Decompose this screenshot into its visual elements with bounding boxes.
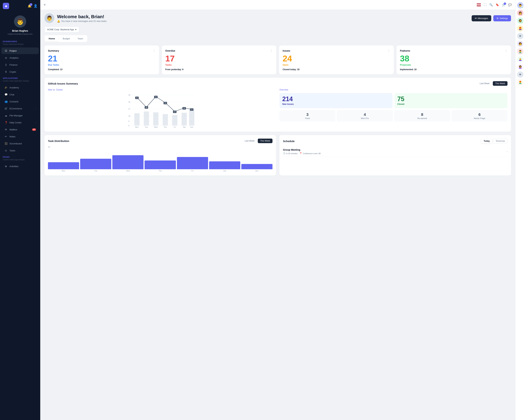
features-number: 38: [400, 55, 508, 63]
sidebar-item-notes[interactable]: ✏ Notes: [1, 133, 39, 140]
right-avatar-4[interactable]: M: [517, 33, 524, 39]
card-menu-overdue[interactable]: ⋮: [270, 49, 273, 52]
settings-button[interactable]: ⚙ Settings: [493, 15, 511, 21]
bar-mon-label: Mon: [62, 170, 65, 172]
card-menu-features[interactable]: ⋮: [505, 49, 507, 52]
right-avatar-5[interactable]: 🧑: [517, 41, 524, 47]
bookmark-icon[interactable]: 🔖: [496, 3, 499, 7]
sidebar-item-scrumboard[interactable]: ⬛ Scrumboard: [1, 140, 39, 147]
card-title-summary: Summary: [48, 49, 59, 52]
section-sublabel-pages: Custom made page designs: [3, 159, 38, 161]
sidebar-item-academy[interactable]: 🎓 Academy: [1, 84, 39, 91]
reopened-label: Re-opened: [396, 117, 448, 119]
hamburger-icon[interactable]: ≡: [44, 3, 46, 7]
closed-box: 75 Closed: [395, 93, 508, 108]
project-dropdown[interactable]: ACME Corp. Backend App ▾: [45, 27, 79, 32]
card-menu-issues[interactable]: ⋮: [387, 49, 390, 52]
svg-text:25: 25: [183, 107, 185, 109]
sidebar-item-crypto[interactable]: $ Crypto: [1, 68, 39, 75]
sidebar-label-ecommerce: ECommerce: [9, 107, 36, 110]
tab-team[interactable]: Team: [74, 36, 87, 41]
meeting-item: Group Meeting 🕐 in 32 minutes 📍 Conferen…: [283, 146, 507, 157]
task-this-week-btn[interactable]: This Week: [258, 139, 272, 143]
sidebar-item-project[interactable]: ☑ Project: [1, 47, 39, 54]
sidebar-item-finance[interactable]: ₿ Finance: [1, 61, 39, 68]
bar-tue-label: Tue: [94, 170, 97, 172]
triage-label: Needs Triage: [454, 117, 506, 119]
today-btn[interactable]: Today: [481, 139, 492, 143]
chat-icon: 💬: [4, 93, 8, 96]
sidebar-item-ecommerce[interactable]: 🛒 ECommerce ›: [1, 105, 39, 112]
bar-mon: Mon: [48, 162, 79, 172]
project-label: ACME Corp. Backend App: [47, 28, 74, 31]
right-avatar-6[interactable]: 👨‍🦱: [517, 48, 524, 55]
svg-text:Fri: Fri: [174, 126, 176, 128]
cart-icon[interactable]: 🛒 5: [502, 3, 506, 7]
github-overview-area: Overview 214 New Issues 75 Closed: [280, 89, 507, 128]
overdue-label: Tasks: [165, 64, 273, 66]
wontfix-number: 4: [339, 112, 391, 117]
card-summary: Summary ⋮ 21 Due Tasks Completed: 13: [45, 46, 159, 74]
right-avatar-3[interactable]: 👩‍🦰: [517, 25, 524, 31]
tab-home[interactable]: Home: [45, 36, 58, 41]
sidebar-item-contacts[interactable]: 👥 Contacts: [1, 98, 39, 105]
tab-budget[interactable]: Budget: [59, 36, 73, 41]
bar-wed-bar: [112, 155, 143, 169]
welcome-avatar: 👨: [45, 13, 54, 23]
notification-icon[interactable]: 🔔 3: [28, 4, 31, 8]
right-avatar-0[interactable]: 👨: [517, 2, 524, 8]
meeting-arrow-icon[interactable]: ›: [507, 150, 507, 153]
bar-wed-label: Wed: [126, 170, 130, 172]
sidebar-item-chat[interactable]: 💬 Chat: [1, 91, 39, 98]
activities-icon: ⊕: [4, 165, 8, 168]
ecommerce-arrow-icon: ›: [36, 108, 36, 110]
section-sublabel-dashboards: Unique dashboard designs: [3, 43, 38, 45]
topbar: ≡ ⛶ 🔍 🔖 🛒 5 💬: [40, 0, 515, 10]
fullscreen-icon[interactable]: ⛶: [484, 3, 487, 7]
meeting-time-text: in 32 minutes: [286, 152, 298, 155]
right-avatar-9[interactable]: M: [517, 71, 524, 78]
task-last-week-btn[interactable]: Last Week: [242, 139, 257, 143]
svg-text:28: 28: [145, 107, 147, 108]
sidebar-item-filemanager[interactable]: ☁ File Manager: [1, 112, 39, 119]
sidebar-item-helpcenter[interactable]: ❓ Help Center ›: [1, 119, 39, 126]
right-avatar-10[interactable]: 👨‍🦰: [517, 79, 524, 85]
features-footer: Implemented: 16: [400, 68, 508, 71]
helpcenter-arrow-icon: ›: [36, 122, 36, 123]
gear-icon: ⚙: [497, 17, 498, 19]
user-email: hughes.brian@company.com: [3, 33, 38, 35]
reopened-number: 8: [396, 112, 448, 117]
sidebar-item-tasks[interactable]: ⊙ Tasks: [1, 147, 39, 154]
helpcenter-icon: ❓: [4, 121, 8, 124]
svg-text:Sun: Sun: [190, 126, 193, 128]
welcome-heading: Welcome back, Brian!: [57, 14, 107, 19]
flag-icon[interactable]: [477, 3, 481, 6]
github-section-header: Github Issues Summary Last Week This Wee…: [48, 81, 507, 86]
search-icon[interactable]: 🔍: [489, 3, 493, 7]
sidebar-item-mailbox[interactable]: ✉ Mailbox 27: [1, 126, 39, 133]
svg-rect-15: [163, 114, 168, 125]
schedule-card: Schedule Today Tomorrow Group Meeting 🕐 …: [280, 135, 511, 175]
github-last-week-btn[interactable]: Last Week: [477, 81, 492, 86]
sidebar-label-chat: Chat: [9, 93, 36, 96]
user-icon[interactable]: 👤: [34, 4, 38, 8]
right-avatar-8[interactable]: 👩‍🦱: [517, 64, 524, 70]
right-avatar-2[interactable]: 🧔: [517, 18, 524, 24]
sidebar-item-analytics[interactable]: ◎ Analytics: [1, 55, 39, 61]
github-this-week-btn[interactable]: This Week: [493, 81, 507, 86]
summary-footer: Completed: 13: [48, 68, 156, 71]
right-avatar-1[interactable]: 👩: [517, 10, 524, 16]
sidebar-logo[interactable]: ◆: [3, 3, 9, 9]
topbar-right: ⛶ 🔍 🔖 🛒 5 💬: [477, 3, 512, 7]
bar-tue-bar: [80, 159, 111, 169]
messages-topbar-icon[interactable]: 💬: [508, 3, 512, 7]
github-section: Github Issues Summary Last Week This Wee…: [45, 78, 511, 131]
card-menu-summary[interactable]: ⋮: [153, 49, 156, 52]
contacts-icon: 👥: [4, 100, 8, 103]
tomorrow-btn[interactable]: Tomorrow: [493, 139, 507, 143]
bar-wed: Wed: [112, 155, 143, 172]
sidebar-item-activities[interactable]: ⊕ Activities: [1, 163, 39, 169]
messages-button[interactable]: ✉ Messages: [472, 15, 491, 21]
right-avatar-7[interactable]: 👩‍🦳: [517, 56, 524, 62]
svg-text:43: 43: [155, 96, 157, 98]
